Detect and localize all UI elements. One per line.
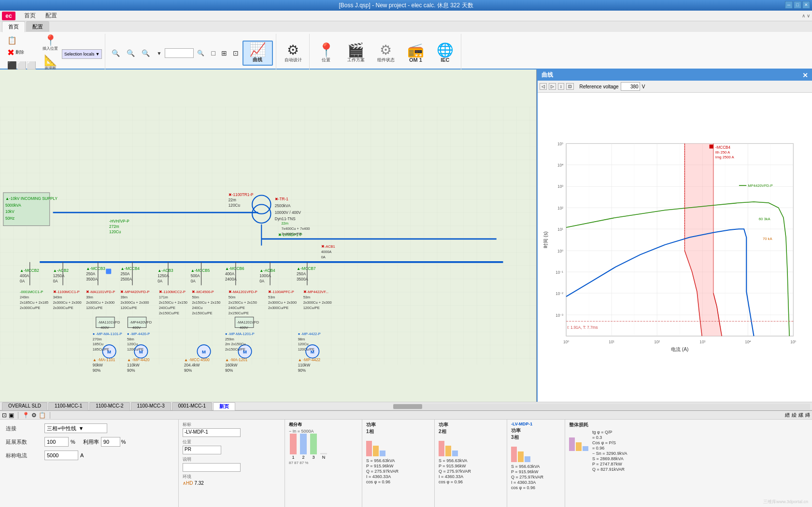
ribbon-tab-home[interactable]: 首页 <box>2 21 25 32</box>
minimize-button[interactable]: ─ <box>785 1 793 9</box>
svg-text:5000kVA: 5000kVA <box>5 203 21 208</box>
om1-button[interactable]: 📻 OM 1 <box>403 42 428 65</box>
curve-tool-3[interactable]: ↕ <box>558 83 564 90</box>
svg-text:400A: 400A <box>225 272 235 276</box>
ribbon-tab-config[interactable]: 配置 <box>26 21 49 32</box>
curve-svg: 10⁵ 10⁴ 10³ 10² 10¹ 10⁰ 10⁻¹ 10⁻² 10⁻³ 1… <box>541 97 808 398</box>
work-plan-button[interactable]: 🎬 工作方案 <box>343 42 369 65</box>
zoom-dropdown[interactable]: ▼ <box>154 49 164 57</box>
connection-select[interactable]: 三相+中性线 ▼ <box>44 423 107 433</box>
selection-locals-dropdown[interactable]: Selection locals ▼ <box>62 49 102 59</box>
rated-current-row: 标称电流 5000 A <box>6 451 172 460</box>
svg-text:Img 2500 A: Img 2500 A <box>715 155 735 159</box>
position-button[interactable]: 📍 位置 <box>313 42 339 65</box>
svg-text:▲-MCCB6: ▲-MCCB6 <box>225 267 244 271</box>
curve-tool-2[interactable]: ▷ <box>549 83 556 90</box>
zoom-in-icon: 🔍 <box>112 50 120 56</box>
description-input[interactable] <box>183 463 241 472</box>
props-tool-1[interactable]: ⊡ <box>2 412 7 419</box>
props-tool-r1[interactable]: 縉 <box>785 412 790 419</box>
auto-design-button[interactable]: ⚙ 自动设计 <box>280 42 306 65</box>
copy-paste-button[interactable]: 📋 <box>5 35 39 46</box>
in-label: − In = 5000A <box>289 429 358 434</box>
phase3-bar-2 <box>518 451 524 462</box>
window-controls[interactable]: ─ □ ✕ <box>785 1 810 9</box>
svg-text:120Cu/PE: 120Cu/PE <box>298 347 314 352</box>
phase2-S: S = 956.63kVA <box>439 458 503 463</box>
svg-text:M: M <box>202 349 206 354</box>
props-tool-4[interactable]: ⚙ <box>31 412 37 419</box>
svg-text:✖-MP4422VF...: ✖-MP4422VF... <box>303 290 329 294</box>
tag-input[interactable]: -LV-MDP-1 <box>183 428 241 437</box>
ribbon-expand-button[interactable]: ∧ ∨ <box>802 13 810 18</box>
phase2-cos: cos φ = 0.96 <box>439 479 503 484</box>
tab-new-page[interactable]: 新页 <box>213 402 235 410</box>
svg-text:240Cu/PE: 240Cu/PE <box>159 306 175 310</box>
tab-overall-sld[interactable]: OVERALL SLD <box>2 402 47 410</box>
svg-text:0A: 0A <box>157 279 163 283</box>
svg-text:2x150Cu + 2x150: 2x150Cu + 2x150 <box>228 300 257 305</box>
svg-text:500A: 500A <box>191 274 200 278</box>
svg-text:▲-ACB2: ▲-ACB2 <box>53 268 69 273</box>
svg-text:0A: 0A <box>321 255 326 259</box>
props-tool-3[interactable]: 📍 <box>22 412 29 419</box>
phase3-title: 功率3相 <box>511 427 561 441</box>
zoom-fit-button[interactable]: 🔍 <box>124 48 138 58</box>
delete-button[interactable]: ✖ 删除 <box>5 47 39 58</box>
curve-tool-1[interactable]: ◁ <box>540 83 547 90</box>
phase-bar-3-label: 3 <box>312 455 314 460</box>
zoom-in-button[interactable]: 🔍 <box>109 48 123 58</box>
om1-icon: 📻 <box>407 43 424 57</box>
iec-button[interactable]: 🌐 IEC <box>432 42 458 65</box>
sld-canvas-area[interactable]: ▲-10kV INCOMING SUPPLY 5000kVA 10kV 50Hz… <box>0 70 537 402</box>
zoom-fit-icon: 🔍 <box>127 50 135 56</box>
menu-item-config[interactable]: 配置 <box>41 11 62 21</box>
svg-text:2x150Cu/PE: 2x150Cu/PE <box>159 311 179 315</box>
svg-text:2x300Cu + 2x300: 2x300Cu + 2x300 <box>303 300 332 305</box>
component-status-button[interactable]: ⚙ 组件状态 <box>373 42 399 65</box>
phase2-Q: Q = 275.97kVAR <box>439 469 503 474</box>
tab-1100-mcc-2[interactable]: 1100-MCC-2 <box>89 402 129 410</box>
view-mode1-button[interactable]: □ <box>209 48 217 58</box>
svg-text:185Cu: 185Cu <box>93 342 103 346</box>
h-scrollbar-thumb[interactable] <box>393 404 422 409</box>
curve-toolbar: ◁ ▷ ↕ ⊡ Reference voltage V <box>538 81 812 93</box>
props-tool-r2[interactable]: 繰 <box>792 412 797 419</box>
tab-0001-mcc-1[interactable]: 0001-MCC-1 <box>172 402 212 410</box>
svg-text:0A: 0A <box>20 279 25 283</box>
zoom-input[interactable] <box>165 48 194 58</box>
tab-1100-mcc-1[interactable]: 1100-MCC-1 <box>48 402 88 410</box>
ribbon: 首页 配置 📋 ✖ 删除 ⬛⬜⬜ <box>0 21 812 70</box>
svg-text:50m: 50m <box>192 295 199 299</box>
tab-1100-mcc-3[interactable]: 1100-MCC-3 <box>131 402 171 410</box>
utilization-input[interactable]: 90 <box>101 437 120 447</box>
view-mode2-button[interactable]: ⊞ <box>219 48 229 58</box>
config-buttons: 📍 位置 🎬 工作方案 ⚙ 组件状态 📻 OM 1 🌐 IEC <box>313 34 458 72</box>
phase-bar-n-fill <box>320 453 327 454</box>
rated-current-input[interactable]: 5000 <box>44 451 78 460</box>
props-tool-5[interactable]: 📋 <box>39 412 46 419</box>
view-mode3-button[interactable]: ⊡ <box>230 48 241 58</box>
phase3-I: I = 4360.33A <box>511 480 561 485</box>
ref-voltage-input[interactable] <box>621 82 640 91</box>
phase-section-2: 功率2相 S = 956.63kVA P = 915.96kW Q = 275.… <box>435 420 507 507</box>
curve-panel: 曲线 ✕ ◁ ▷ ↕ ⊡ Reference voltage V <box>537 70 812 402</box>
props-tool-r3[interactable]: 縲 <box>798 412 803 419</box>
extend-input[interactable]: 100 <box>44 437 69 447</box>
close-button[interactable]: ✕ <box>802 1 810 9</box>
curve-tool-4[interactable]: ⊡ <box>566 83 574 90</box>
props-tool-r4[interactable]: 縳 <box>805 412 810 419</box>
position-input[interactable]: PR <box>183 446 221 454</box>
curve-button[interactable]: 📈 曲线 <box>242 41 273 66</box>
svg-text:250A: 250A <box>86 272 96 276</box>
menu-item-home[interactable]: 首页 <box>19 11 41 21</box>
props-tool-2[interactable]: ▣ <box>9 412 14 419</box>
zoom-out-button[interactable]: 🔍 <box>139 48 153 58</box>
phase-bars-container: 1 2 3 N <box>289 436 358 460</box>
svg-text:249m: 249m <box>20 295 29 299</box>
zoom-search-button[interactable]: 🔍 <box>195 49 208 57</box>
phase3-cos: cos φ = 0.96 <box>511 485 561 490</box>
maximize-button[interactable]: □ <box>794 1 801 9</box>
insert-position-button[interactable]: 📍 插入位置 <box>40 34 60 53</box>
check-buttons: ⚙ 自动设计 <box>280 34 306 72</box>
